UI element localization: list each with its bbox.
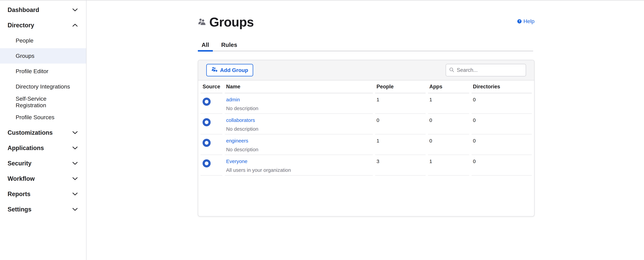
sidebar-item-people[interactable]: People <box>0 33 86 48</box>
search-input[interactable] <box>457 67 524 73</box>
sidebar-nav: Dashboard Directory People <box>0 1 86 260</box>
sidebar-item-label: Customizations <box>8 129 53 136</box>
chevron-down-icon <box>72 131 78 134</box>
sidebar-item-dashboard[interactable]: Dashboard <box>0 2 86 18</box>
sidebar-item-label: Settings <box>8 206 32 213</box>
people-count: 1 <box>375 135 426 155</box>
chevron-down-icon <box>72 208 78 211</box>
sidebar-item-customizations[interactable]: Customizations <box>0 125 86 140</box>
apps-count: 0 <box>428 114 469 135</box>
group-name-link-everyone[interactable]: Everyone <box>226 158 248 164</box>
group-name-link-admin[interactable]: admin <box>226 97 240 103</box>
people-count: 0 <box>375 114 426 135</box>
tab-label: Rules <box>221 42 237 48</box>
group-name-link-engineers[interactable]: engineers <box>226 138 248 144</box>
directories-count: 0 <box>472 135 532 155</box>
sidebar-item-label: Self-Service Registration <box>16 95 78 109</box>
group-name-link-collaborators[interactable]: collaborators <box>226 117 255 123</box>
column-header-apps: Apps <box>428 80 469 93</box>
sidebar-item-label: Applications <box>8 145 44 152</box>
tab-all[interactable]: All <box>198 40 213 50</box>
magnifier-icon <box>449 67 454 73</box>
sidebar-item-label: Directory <box>8 22 34 29</box>
tab-label: All <box>202 42 209 48</box>
help-link-label: Help <box>524 18 534 25</box>
group-description: No description <box>226 105 373 111</box>
question-mark-icon[interactable]: ? <box>517 19 522 24</box>
chevron-down-icon <box>72 177 78 180</box>
sidebar-item-label: Reports <box>8 191 30 198</box>
window-top-border <box>0 0 644 1</box>
table-row-everyone: Everyone All users in your organization … <box>200 155 532 176</box>
add-group-button-label: Add Group <box>220 67 248 73</box>
groups-table-card: Add Group Source Name People Apps Direct… <box>198 60 534 216</box>
apps-count: 1 <box>428 93 469 114</box>
name-cell: Everyone All users in your organization <box>225 155 373 176</box>
sidebar-item-label: Directory Integrations <box>16 83 70 90</box>
search-box <box>446 64 526 76</box>
column-header-directories: Directories <box>472 80 532 93</box>
column-header-people: People <box>375 80 426 93</box>
sidebar-item-profile-sources[interactable]: Profile Sources <box>0 110 86 125</box>
tab-bar: All Rules <box>198 40 241 50</box>
tab-rules[interactable]: Rules <box>218 40 241 50</box>
sidebar-item-directory-integrations[interactable]: Directory Integrations <box>0 79 86 94</box>
sidebar-item-settings[interactable]: Settings <box>0 202 86 217</box>
sidebar-item-applications[interactable]: Applications <box>0 140 86 156</box>
group-description: No description <box>226 147 373 153</box>
group-description: All users in your organization <box>226 167 373 173</box>
page-title: Groups <box>198 16 254 28</box>
chevron-down-icon <box>72 162 78 165</box>
okta-source-icon <box>202 98 211 106</box>
sidebar-item-workflow[interactable]: Workflow <box>0 171 86 186</box>
apps-count: 0 <box>428 135 469 155</box>
table-header-row: Source Name People Apps Directories <box>200 80 532 93</box>
sidebar-item-label: Security <box>8 160 32 167</box>
sidebar-item-label: Workflow <box>8 175 35 182</box>
sidebar-item-label: People <box>16 37 34 44</box>
directories-count: 0 <box>472 114 532 135</box>
okta-source-icon <box>202 159 211 167</box>
table-row-admin: admin No description 1 1 0 <box>200 93 532 114</box>
source-cell <box>200 93 222 114</box>
directories-count: 0 <box>472 155 532 176</box>
column-header-name: Name <box>225 80 373 93</box>
tab-divider <box>198 51 533 51</box>
help-link[interactable]: ? Help <box>517 18 534 25</box>
sidebar-item-label: Dashboard <box>8 7 39 14</box>
sidebar-item-reports[interactable]: Reports <box>0 186 86 202</box>
chevron-down-icon <box>72 24 78 27</box>
people-count: 1 <box>375 93 426 114</box>
source-cell <box>200 155 222 176</box>
table-row-collaborators: collaborators No description 0 0 0 <box>200 114 532 135</box>
group-description: No description <box>226 126 373 132</box>
sidebar-item-self-service-registration[interactable]: Self-Service Registration <box>0 94 86 110</box>
sidebar-item-label: Profile Sources <box>16 114 54 120</box>
name-cell: engineers No description <box>225 135 373 155</box>
groups-table: Source Name People Apps Directories admi… <box>198 80 534 176</box>
chevron-down-icon <box>72 8 78 12</box>
table-toolbar: Add Group <box>198 60 534 80</box>
sidebar-item-directory[interactable]: Directory <box>0 18 86 33</box>
sidebar-item-label: Profile Editor <box>16 68 48 75</box>
page-title-text: Groups <box>209 15 254 29</box>
people-count: 3 <box>375 155 426 176</box>
groups-people-icon <box>198 18 206 26</box>
sidebar-item-groups[interactable]: Groups <box>0 48 86 64</box>
name-cell: admin No description <box>225 93 373 114</box>
source-cell <box>200 135 222 155</box>
okta-source-icon <box>202 139 211 147</box>
add-group-button[interactable]: Add Group <box>206 64 253 76</box>
table-row-engineers: engineers No description 1 0 0 <box>200 135 532 155</box>
sidebar-item-profile-editor[interactable]: Profile Editor <box>0 64 86 79</box>
directories-count: 0 <box>472 93 532 114</box>
sidebar-item-list: Dashboard Directory People <box>0 2 86 217</box>
person-plus-icon <box>211 67 218 74</box>
sidebar-item-label: Groups <box>16 53 34 59</box>
chevron-down-icon <box>72 192 78 196</box>
apps-count: 1 <box>428 155 469 176</box>
sidebar-item-security[interactable]: Security <box>0 156 86 171</box>
okta-source-icon <box>202 118 211 126</box>
chevron-down-icon <box>72 146 78 150</box>
name-cell: collaborators No description <box>225 114 373 135</box>
